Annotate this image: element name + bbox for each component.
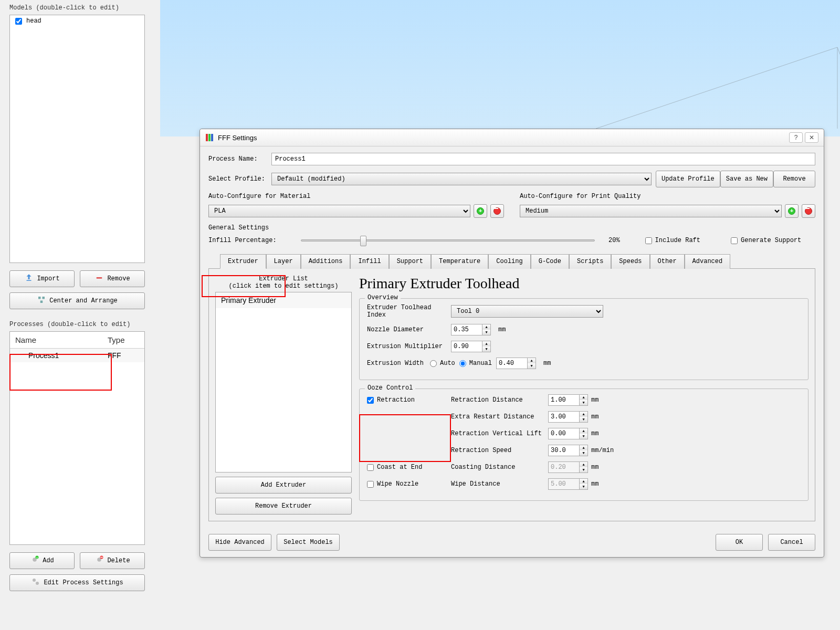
remove-icon	[94, 273, 104, 285]
settings-tabs: Extruder Layer Additions Infill Support …	[208, 254, 815, 269]
ooze-fieldset: Ooze Control Retraction Retraction Dista…	[359, 388, 808, 501]
overview-legend: Overview	[365, 294, 401, 301]
help-button[interactable]: ?	[789, 132, 803, 143]
add-extruder-button[interactable]: Add Extruder	[215, 477, 352, 494]
add-material-button[interactable]: +	[474, 204, 487, 218]
wipe-wrap[interactable]: Wipe Nozzle	[367, 480, 418, 488]
dialog-titlebar[interactable]: FFF Settings ? ✕	[200, 129, 824, 146]
tab-support[interactable]: Support	[389, 254, 431, 269]
select-models-button[interactable]: Select Models	[277, 534, 340, 551]
ok-button[interactable]: OK	[716, 534, 763, 551]
select-profile-label: Select Profile:	[208, 175, 271, 183]
dialog-title: FFF Settings	[218, 134, 787, 142]
coast-dist-spinner[interactable]: ▲▼	[548, 461, 588, 473]
extruder-list-label: Extruder List (click item to edit settin…	[215, 275, 352, 290]
delete-process-button[interactable]: Delete	[80, 552, 145, 569]
tab-advanced[interactable]: Advanced	[685, 254, 731, 269]
tab-infill[interactable]: Infill	[350, 254, 388, 269]
import-button[interactable]: Import	[9, 270, 75, 287]
save-as-new-button[interactable]: Save as New	[720, 171, 773, 187]
tab-speeds[interactable]: Speeds	[611, 254, 649, 269]
extmult-label: Extrusion Multiplier	[367, 343, 447, 350]
include-raft-checkbox[interactable]	[645, 237, 652, 244]
hide-advanced-button[interactable]: Hide Advanced	[208, 534, 271, 551]
tab-other[interactable]: Other	[650, 254, 685, 269]
wipe-dist-spinner[interactable]: ▲▼	[548, 478, 588, 490]
extwidth-manual[interactable]: Manual	[459, 360, 492, 367]
infill-value: 20%	[608, 237, 620, 244]
extruder-list-item[interactable]: Primary Extruder	[216, 292, 351, 308]
process-name-label: Process Name:	[208, 155, 271, 163]
nozzle-spinner[interactable]: ▲▼	[451, 324, 491, 335]
col-name: Name	[15, 335, 108, 344]
tab-layer[interactable]: Layer	[266, 254, 301, 269]
svg-rect-5	[40, 301, 43, 303]
tab-temperature[interactable]: Temperature	[431, 254, 488, 269]
svg-rect-3	[38, 297, 41, 299]
svg-rect-4	[43, 297, 45, 299]
tab-additions[interactable]: Additions	[301, 254, 351, 269]
extmult-spinner[interactable]: ▲▼	[451, 341, 491, 352]
include-raft-wrap[interactable]: Include Raft	[645, 237, 700, 244]
extruder-list-panel: Extruder List (click item to edit settin…	[215, 275, 352, 514]
ret-dist-spinner[interactable]: ▲▼	[548, 394, 588, 406]
update-profile-button[interactable]: Update Profile	[656, 171, 720, 187]
edit-process-settings-button[interactable]: Edit Process Settings	[9, 574, 145, 591]
remove-quality-button[interactable]	[802, 204, 815, 218]
retraction-checkbox[interactable]	[367, 397, 374, 404]
tab-gcode[interactable]: G-Code	[531, 254, 569, 269]
slider-thumb[interactable]	[360, 236, 366, 246]
remove-extruder-button[interactable]: Remove Extruder	[215, 498, 352, 514]
import-icon	[24, 273, 34, 285]
gear-delete-icon	[94, 555, 104, 566]
ret-dist-label: Retraction Distance	[451, 396, 548, 404]
process-name-input[interactable]	[271, 153, 815, 165]
vlift-spinner[interactable]: ▲▼	[548, 428, 588, 439]
tab-extruder[interactable]: Extruder	[220, 254, 266, 269]
process-row[interactable]: Process1 FFF	[10, 349, 144, 362]
add-process-button[interactable]: + Add	[9, 552, 75, 569]
coast-wrap[interactable]: Coast at End	[367, 464, 422, 471]
wipe-checkbox[interactable]	[367, 481, 374, 488]
extwidth-spinner[interactable]: ▲▼	[496, 358, 536, 369]
tab-scripts[interactable]: Scripts	[569, 254, 611, 269]
cancel-button[interactable]: Cancel	[768, 534, 815, 551]
dialog-footer: Hide Advanced Select Models OK Cancel	[200, 528, 824, 557]
infill-slider[interactable]	[301, 239, 595, 242]
tab-cooling[interactable]: Cooling	[488, 254, 530, 269]
material-select[interactable]: PLA	[208, 205, 470, 217]
extruder-list[interactable]: Primary Extruder	[215, 292, 352, 472]
quality-select[interactable]: Medium	[520, 205, 782, 217]
overview-fieldset: Overview Extruder Toolhead Index Tool 0 …	[359, 298, 808, 380]
ooze-legend: Ooze Control	[365, 384, 415, 392]
models-list[interactable]: head	[9, 15, 145, 263]
infill-label: Infill Percentage:	[208, 237, 287, 244]
extra-restart-spinner[interactable]: ▲▼	[548, 411, 588, 423]
model-checkbox[interactable]	[15, 18, 22, 25]
svg-text:+: +	[36, 556, 38, 560]
profile-select[interactable]: Default (modified)	[271, 173, 652, 185]
col-type: Type	[108, 335, 139, 344]
svg-rect-16	[211, 134, 213, 141]
model-row[interactable]: head	[10, 15, 144, 27]
generate-support-wrap[interactable]: Generate Support	[731, 237, 801, 244]
remove-model-button[interactable]: Remove	[80, 270, 145, 287]
center-arrange-button[interactable]: Center and Arrange	[9, 292, 145, 309]
extwidth-auto[interactable]: Auto	[430, 360, 455, 367]
close-button[interactable]: ✕	[805, 132, 818, 143]
add-quality-button[interactable]: +	[785, 204, 799, 218]
sidebar: Models (double-click to edit) head Impor…	[0, 0, 160, 630]
svg-rect-14	[206, 134, 208, 141]
toolhead-index-select[interactable]: Tool 0	[451, 305, 603, 318]
gear-add-icon: +	[30, 555, 39, 566]
extra-restart-label: Extra Restart Distance	[451, 413, 548, 421]
minus-icon	[805, 207, 812, 215]
ret-speed-spinner[interactable]: ▲▼	[548, 445, 588, 456]
remove-profile-button[interactable]: Remove	[773, 171, 815, 187]
processes-list[interactable]: Name Type Process1 FFF	[9, 331, 145, 545]
retraction-wrap[interactable]: Retraction	[367, 396, 415, 404]
generate-support-checkbox[interactable]	[731, 237, 738, 244]
remove-material-button[interactable]	[490, 204, 504, 218]
app-icon	[205, 133, 214, 142]
coast-checkbox[interactable]	[367, 464, 374, 471]
